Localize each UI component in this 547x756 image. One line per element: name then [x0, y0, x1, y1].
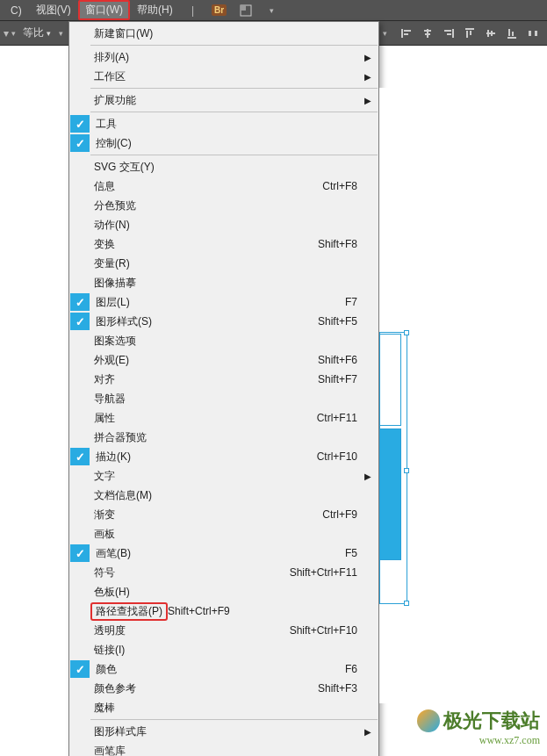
menu-flattener[interactable]: 拼合器预览 [69, 428, 378, 447]
menu-separator [90, 719, 378, 720]
menu-layers[interactable]: ✓图层(L)F7 [69, 292, 378, 312]
check-icon: ✓ [70, 544, 90, 562]
submenu-arrow-icon: ▶ [364, 472, 371, 481]
menu-color[interactable]: ✓颜色F6 [69, 659, 378, 679]
white-rect[interactable] [379, 334, 401, 426]
check-icon: ✓ [70, 115, 90, 133]
svg-rect-1 [241, 5, 246, 11]
menu-align[interactable]: 对齐Shift+F7 [69, 370, 378, 389]
menu-transparency[interactable]: 透明度Shift+Ctrl+F10 [69, 621, 378, 640]
menu-style-library[interactable]: 图形样式库▶ [69, 722, 378, 741]
blue-rect[interactable] [379, 428, 401, 560]
dropdown-chevron-icon[interactable]: ▾ [264, 3, 280, 18]
menu-color-guide[interactable]: 颜色参考Shift+F3 [69, 679, 378, 698]
submenu-arrow-icon: ▶ [364, 72, 371, 82]
stroke-weight-dropdown[interactable]: ▾▾ [4, 27, 16, 40]
watermark: 极光下载站 www.xz7.com [417, 708, 540, 747]
submenu-arrow-icon: ▶ [364, 727, 371, 737]
menu-separator [90, 112, 378, 112]
selection-handle[interactable] [404, 468, 409, 473]
menu-separator [90, 88, 378, 89]
svg-rect-4 [529, 31, 531, 36]
menu-stroke[interactable]: ✓描边(K)Ctrl+F10 [69, 447, 378, 466]
align-right-icon[interactable] [440, 25, 457, 42]
menu-control[interactable]: ✓控制(C) [69, 133, 378, 153]
menu-image-trace[interactable]: 图像描摹 [69, 273, 378, 292]
watermark-url: www.xz7.com [417, 734, 540, 747]
menu-attributes[interactable]: 属性Ctrl+F11 [69, 408, 378, 428]
preset-chevron-icon[interactable]: ▾ [383, 29, 387, 38]
align-bottom-icon[interactable] [503, 25, 521, 42]
align-vcenter-icon[interactable] [482, 25, 500, 42]
align-left-icon[interactable] [398, 25, 415, 42]
align-top-icon[interactable] [461, 25, 479, 42]
opacity-dropdown[interactable]: ▾ [56, 29, 63, 38]
menu-brushes[interactable]: ✓画笔(B)F5 [69, 544, 378, 563]
menu-separation-preview[interactable]: 分色预览 [69, 196, 378, 215]
menu-tools[interactable]: ✓工具 [69, 114, 378, 133]
menu-actions[interactable]: 动作(N) [69, 215, 378, 234]
submenu-arrow-icon: ▶ [364, 96, 371, 105]
menu-view[interactable]: 视图(V) [29, 0, 78, 20]
check-icon: ✓ [70, 313, 90, 330]
menu-cut-left: C) [4, 2, 29, 19]
menu-doc-info[interactable]: 文档信息(M) [69, 486, 378, 505]
menu-svg[interactable]: SVG 交互(Y) [69, 157, 378, 176]
window-menu-dropdown: 新建窗口(W) 排列(A)▶ 工作区▶ 扩展功能▶ ✓工具 ✓控制(C) SVG… [68, 21, 379, 756]
menu-brush-library[interactable]: 画笔库 [69, 741, 378, 756]
selection-handle[interactable] [404, 601, 409, 606]
menu-links[interactable]: 链接(I) [69, 640, 378, 659]
menu-symbols[interactable]: 符号Shift+Ctrl+F11 [69, 563, 378, 582]
arrange-docs-icon[interactable] [238, 3, 254, 18]
menu-navigator[interactable]: 导航器 [69, 389, 378, 408]
menu-swatches[interactable]: 色板(H) [69, 582, 378, 601]
menu-pathfinder[interactable]: 路径查找器(P)Shift+Ctrl+F9 [69, 601, 378, 621]
selection-handle[interactable] [404, 330, 409, 335]
menu-graphic-styles[interactable]: ✓图形样式(S)Shift+F5 [69, 312, 378, 331]
align-hcenter-icon[interactable] [419, 25, 436, 42]
watermark-title: 极光下载站 [443, 708, 540, 734]
menu-gradient[interactable]: 渐变Ctrl+F9 [69, 505, 378, 524]
menu-transform[interactable]: 变换Shift+F8 [69, 234, 378, 254]
separator-icon: | [185, 3, 201, 18]
menu-separator [90, 45, 378, 46]
menu-pattern-options[interactable]: 图案选项 [69, 331, 378, 350]
menu-window[interactable]: 窗口(W) [78, 0, 130, 20]
ratio-label[interactable]: 等比▾ [18, 25, 56, 40]
menu-info[interactable]: 信息Ctrl+F8 [69, 176, 378, 196]
menu-appearance[interactable]: 外观(E)Shift+F6 [69, 350, 378, 370]
menu-arrange[interactable]: 排列(A)▶ [69, 47, 378, 67]
bridge-icon[interactable]: Br [212, 3, 227, 18]
canvas[interactable] [379, 88, 547, 703]
submenu-arrow-icon: ▶ [364, 53, 371, 62]
check-icon: ✓ [70, 293, 90, 311]
menu-magic-wand[interactable]: 魔棒 [69, 698, 378, 717]
check-icon: ✓ [70, 448, 90, 465]
svg-rect-5 [535, 31, 537, 36]
menu-help[interactable]: 帮助(H) [130, 0, 180, 20]
watermark-logo-icon [417, 709, 440, 732]
menu-extensions[interactable]: 扩展功能▶ [69, 90, 378, 110]
distribute-icon[interactable] [524, 25, 542, 42]
menu-variables[interactable]: 变量(R) [69, 254, 378, 273]
menu-artboards[interactable]: 画板 [69, 524, 378, 544]
menu-separator [90, 155, 378, 155]
menu-text[interactable]: 文字▶ [69, 466, 378, 486]
menu-new-window[interactable]: 新建窗口(W) [69, 24, 378, 43]
check-icon: ✓ [70, 660, 90, 678]
check-icon: ✓ [70, 134, 90, 152]
menubar: C) 视图(V) 窗口(W) 帮助(H) | Br ▾ [0, 0, 547, 21]
menu-workspace[interactable]: 工作区▶ [69, 67, 378, 86]
